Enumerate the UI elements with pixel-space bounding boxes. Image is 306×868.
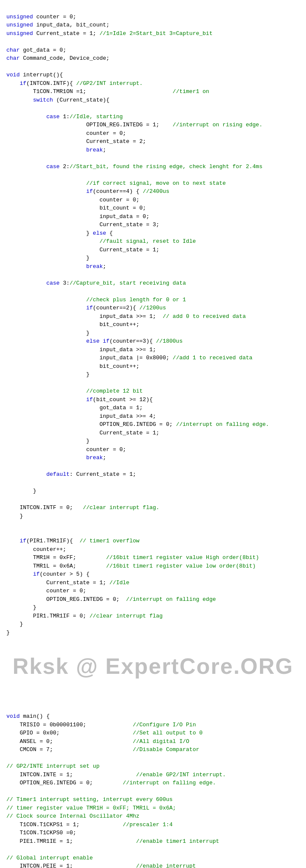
code-line: Current_state = 2; — [6, 138, 146, 145]
code-line: } — [6, 629, 10, 636]
code-line: void main() { — [6, 713, 49, 719]
code-line: INTCON.INTE = 1; //enable GP2/INT interr… — [6, 772, 226, 778]
code-line: Current_state = 3; — [6, 221, 159, 228]
watermark: Rksk @ ExpertCore.ORG — [0, 641, 306, 691]
code-line: counter = 0; — [6, 197, 139, 203]
code-line: INTCON.INTF = 0; //clear interrupt flag. — [6, 504, 159, 511]
code-line: case 2://Start_bit, found the rising edg… — [6, 163, 263, 170]
code-line: counter++; — [6, 546, 66, 553]
code-line: unsigned Current_state = 1; //1=Idle 2=S… — [6, 30, 213, 37]
code-line: break; — [6, 454, 106, 461]
code-line: bit_count++; — [6, 363, 139, 370]
code-line: counter = 0; — [6, 130, 126, 137]
code-line: char Command_code, Device_code; — [6, 55, 110, 61]
code-line: GPIO = 0x00; //Set all output to 0 — [6, 730, 202, 736]
code-line: default: Current_state = 1; — [6, 471, 136, 478]
code-line: } — [6, 255, 89, 261]
code-line: T1CON.T1CKPS0 =0; — [6, 830, 76, 836]
code-line: CMCON = 7; //Disable Comparator — [6, 746, 199, 753]
code-line: if(counter > 5) { — [6, 571, 89, 577]
code-line: if(INTCON.INTF){ //GP2/INT interrupt. — [6, 80, 143, 87]
code-line: case 3://Capture_bit, start receiving da… — [6, 280, 186, 286]
code-line: if(PIR1.TMR1IF){ // timer1 overflow — [6, 538, 139, 544]
code-line: T1CON.T1CKPS1 = 1; //prescaler 1:4 — [6, 821, 173, 828]
code-line: // GP2/INTE interrupt set up — [6, 763, 99, 769]
code-line: input_data = 0; — [6, 213, 149, 220]
code-line: if(counter==4) { //2400us — [6, 188, 169, 195]
code-line: bit_count++; — [6, 321, 139, 328]
code-line: Current_state = 1; — [6, 247, 159, 253]
code-line: input_data >>= 4; — [6, 413, 156, 419]
code-line: OPTION_REG.INTEDG = 0; //interrupt on fa… — [6, 421, 269, 428]
code-line: TMR1L = 0x6A; //16bit timer1 register va… — [6, 563, 256, 569]
code-line: break; — [6, 147, 106, 153]
code-line: PIE1.TMR1IE = 1; //enable timer1 interru… — [6, 838, 219, 845]
code-line: Current_state = 1; — [6, 430, 159, 436]
code-line: } else { — [6, 230, 113, 236]
code-line: switch (Current_state){ — [6, 97, 110, 103]
code-line: break; — [6, 263, 106, 270]
code-line: got_data = 1; — [6, 405, 143, 411]
code-line: OPTION_REG.INTEDG = 0; //interrupt on fa… — [6, 596, 216, 603]
code-line: TMR1H = 0xFF; //16bit timer1 register va… — [6, 554, 259, 561]
code-line: bit_count = 0; — [6, 205, 146, 211]
code-line: } — [6, 513, 23, 519]
code-line: //complete 12 bit — [6, 388, 143, 394]
code-line: OPTION_REG.INTEDG = 0; //interrupt on fa… — [6, 780, 216, 786]
code-line: // Global interrupt enable — [6, 855, 93, 861]
code-line: // timer register value TMR1H = 0xFF; TM… — [6, 805, 176, 811]
code-line: Current_state = 1; //Idle — [6, 580, 130, 586]
code-line: counter = 0; — [6, 588, 86, 594]
code-line: // Timer1 interrupt setting, interrupt e… — [6, 796, 173, 803]
code-line: OPTION_REG.INTEDG = 1; //interrupt on ri… — [6, 122, 263, 128]
code-line: if(bit_count >= 12){ — [6, 396, 153, 403]
code-line: counter = 0; — [6, 446, 126, 453]
code-line: } — [6, 371, 89, 378]
code-line: void interrupt(){ — [6, 72, 63, 78]
code-line: } — [6, 488, 36, 494]
code-line: } — [6, 330, 89, 336]
code-line: ANSEL = 0; //All digital I/O — [6, 738, 189, 745]
code-line: input_data |= 0x8000; //add 1 to receive… — [6, 355, 252, 361]
code-line: unsigned counter = 0; — [6, 14, 76, 20]
code-block: unsigned counter = 0; unsigned input_dat… — [0, 0, 306, 641]
code-line: PIR1.TMR1IF = 0; //clear interrupt flag — [6, 613, 163, 619]
code-line: //fault signal, reset to Idle — [6, 238, 196, 245]
code-line: if(counter==2){ //1200us — [6, 305, 166, 311]
code-line: char got_data = 0; — [6, 47, 66, 53]
code-line: T1CON.TMR1ON =1; //timer1 on — [6, 88, 209, 95]
code-line: unsigned input_data, bit_count; — [6, 22, 110, 28]
code-line: //if correct signal, move on to next sta… — [6, 180, 226, 186]
code-line: } — [6, 438, 89, 444]
code-line: //check plus length for 0 or 1 — [6, 297, 186, 303]
code-line: input_data >>= 1; — [6, 347, 156, 353]
code-line: else if(counter==3){ //1800us — [6, 338, 182, 344]
code-line: case 1://Idle, starting — [6, 114, 123, 120]
code-line: // Clock source Internal Oscillator 4Mhz — [6, 813, 139, 819]
code-line: input_data >>= 1; // add 0 to received d… — [6, 313, 246, 320]
code-line: INTCON.PEIE = 1; //enable interrupt — [6, 863, 196, 868]
code-line: TRISIO = 0b00001100; //Configure I/O Pin — [6, 722, 196, 728]
code-line: } — [6, 621, 23, 627]
code-line: } — [6, 604, 36, 611]
main-code-block: void main() { TRISIO = 0b00001100; //Con… — [0, 691, 306, 868]
